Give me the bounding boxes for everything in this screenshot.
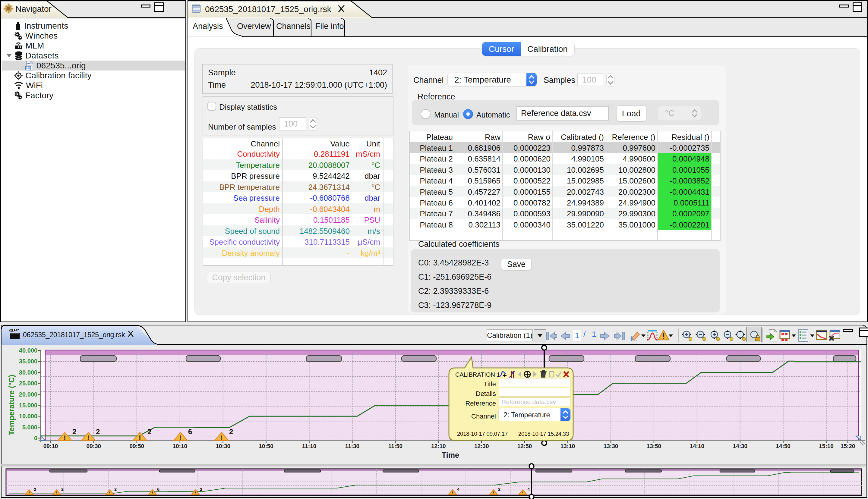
svg-text:010: 010 [26,67,31,70]
